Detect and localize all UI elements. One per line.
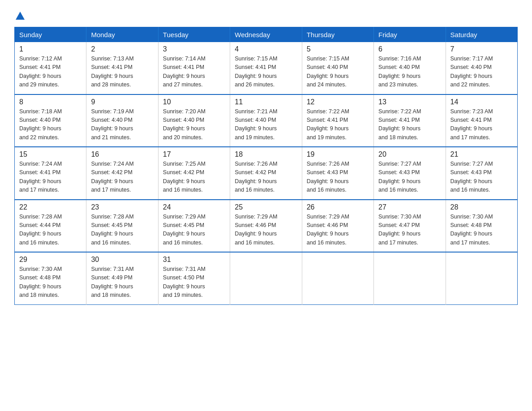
day-info: Sunrise: 7:31 AMSunset: 4:49 PMDaylight:… bbox=[91, 265, 153, 300]
day-number: 6 bbox=[378, 45, 441, 53]
page-header bbox=[14, 11, 518, 19]
day-info: Sunrise: 7:23 AMSunset: 4:41 PMDaylight:… bbox=[450, 107, 513, 142]
day-info: Sunrise: 7:22 AMSunset: 4:41 PMDaylight:… bbox=[378, 107, 441, 142]
day-info: Sunrise: 7:27 AMSunset: 4:43 PMDaylight:… bbox=[378, 160, 441, 195]
calendar-cell: 2 Sunrise: 7:13 AMSunset: 4:41 PMDayligh… bbox=[86, 42, 158, 94]
calendar-cell: 1 Sunrise: 7:12 AMSunset: 4:41 PMDayligh… bbox=[15, 42, 86, 94]
day-info: Sunrise: 7:29 AMSunset: 4:46 PMDaylight:… bbox=[307, 213, 369, 248]
calendar-cell: 11 Sunrise: 7:21 AMSunset: 4:40 PMDaylig… bbox=[230, 94, 302, 147]
day-info: Sunrise: 7:30 AMSunset: 4:48 PMDaylight:… bbox=[19, 265, 82, 300]
day-number: 31 bbox=[163, 256, 225, 264]
calendar-cell bbox=[446, 252, 517, 304]
day-number: 8 bbox=[19, 98, 82, 106]
day-number: 29 bbox=[19, 256, 82, 264]
calendar-cell bbox=[302, 252, 373, 304]
calendar-cell: 25 Sunrise: 7:29 AMSunset: 4:46 PMDaylig… bbox=[230, 200, 302, 253]
calendar-cell: 3 Sunrise: 7:14 AMSunset: 4:41 PMDayligh… bbox=[158, 42, 230, 94]
header-row: SundayMondayTuesdayWednesdayThursdayFrid… bbox=[15, 27, 518, 43]
day-info: Sunrise: 7:22 AMSunset: 4:41 PMDaylight:… bbox=[307, 107, 369, 142]
calendar-cell: 26 Sunrise: 7:29 AMSunset: 4:46 PMDaylig… bbox=[302, 200, 373, 253]
header-day-thursday: Thursday bbox=[302, 27, 373, 43]
header-day-wednesday: Wednesday bbox=[230, 27, 302, 43]
day-number: 21 bbox=[450, 150, 513, 158]
calendar-cell: 22 Sunrise: 7:28 AMSunset: 4:44 PMDaylig… bbox=[15, 200, 86, 253]
day-number: 25 bbox=[235, 203, 297, 211]
calendar-cell: 8 Sunrise: 7:18 AMSunset: 4:40 PMDayligh… bbox=[15, 94, 86, 147]
calendar-body: 1 Sunrise: 7:12 AMSunset: 4:41 PMDayligh… bbox=[15, 42, 518, 304]
calendar-cell: 24 Sunrise: 7:29 AMSunset: 4:45 PMDaylig… bbox=[158, 200, 230, 253]
calendar-cell: 31 Sunrise: 7:31 AMSunset: 4:50 PMDaylig… bbox=[158, 252, 230, 304]
day-info: Sunrise: 7:29 AMSunset: 4:46 PMDaylight:… bbox=[235, 213, 297, 248]
calendar-cell: 5 Sunrise: 7:15 AMSunset: 4:40 PMDayligh… bbox=[302, 42, 373, 94]
day-number: 27 bbox=[378, 203, 441, 211]
calendar-cell: 28 Sunrise: 7:30 AMSunset: 4:48 PMDaylig… bbox=[446, 200, 517, 253]
calendar-week-row: 22 Sunrise: 7:28 AMSunset: 4:44 PMDaylig… bbox=[15, 200, 518, 253]
day-info: Sunrise: 7:28 AMSunset: 4:45 PMDaylight:… bbox=[91, 213, 153, 248]
day-number: 13 bbox=[378, 98, 441, 106]
calendar-cell: 7 Sunrise: 7:17 AMSunset: 4:40 PMDayligh… bbox=[446, 42, 517, 94]
calendar-cell bbox=[230, 252, 302, 304]
day-info: Sunrise: 7:30 AMSunset: 4:47 PMDaylight:… bbox=[378, 213, 441, 248]
day-info: Sunrise: 7:18 AMSunset: 4:40 PMDaylight:… bbox=[19, 107, 82, 142]
calendar-cell: 13 Sunrise: 7:22 AMSunset: 4:41 PMDaylig… bbox=[374, 94, 446, 147]
calendar-cell: 12 Sunrise: 7:22 AMSunset: 4:41 PMDaylig… bbox=[302, 94, 373, 147]
day-info: Sunrise: 7:14 AMSunset: 4:41 PMDaylight:… bbox=[163, 55, 225, 90]
calendar-week-row: 1 Sunrise: 7:12 AMSunset: 4:41 PMDayligh… bbox=[15, 42, 518, 94]
day-info: Sunrise: 7:13 AMSunset: 4:41 PMDaylight:… bbox=[91, 55, 153, 90]
calendar-table: SundayMondayTuesdayWednesdayThursdayFrid… bbox=[14, 27, 518, 305]
day-number: 24 bbox=[163, 203, 225, 211]
day-info: Sunrise: 7:24 AMSunset: 4:41 PMDaylight:… bbox=[19, 160, 82, 195]
day-number: 16 bbox=[91, 150, 153, 158]
svg-marker-0 bbox=[16, 12, 25, 20]
day-info: Sunrise: 7:27 AMSunset: 4:43 PMDaylight:… bbox=[450, 160, 513, 195]
day-number: 7 bbox=[450, 45, 513, 53]
day-number: 14 bbox=[450, 98, 513, 106]
calendar-cell: 6 Sunrise: 7:16 AMSunset: 4:40 PMDayligh… bbox=[374, 42, 446, 94]
day-number: 10 bbox=[163, 98, 225, 106]
day-info: Sunrise: 7:28 AMSunset: 4:44 PMDaylight:… bbox=[19, 213, 82, 248]
calendar-week-row: 8 Sunrise: 7:18 AMSunset: 4:40 PMDayligh… bbox=[15, 94, 518, 147]
logo-arrow-icon bbox=[16, 12, 25, 21]
calendar-cell: 18 Sunrise: 7:26 AMSunset: 4:42 PMDaylig… bbox=[230, 147, 302, 200]
day-info: Sunrise: 7:25 AMSunset: 4:42 PMDaylight:… bbox=[163, 160, 225, 195]
calendar-week-row: 15 Sunrise: 7:24 AMSunset: 4:41 PMDaylig… bbox=[15, 147, 518, 200]
day-info: Sunrise: 7:16 AMSunset: 4:40 PMDaylight:… bbox=[378, 55, 441, 90]
day-info: Sunrise: 7:30 AMSunset: 4:48 PMDaylight:… bbox=[450, 213, 513, 248]
header-day-saturday: Saturday bbox=[446, 27, 517, 43]
calendar-cell: 10 Sunrise: 7:20 AMSunset: 4:40 PMDaylig… bbox=[158, 94, 230, 147]
day-number: 19 bbox=[307, 150, 369, 158]
day-info: Sunrise: 7:29 AMSunset: 4:45 PMDaylight:… bbox=[163, 213, 225, 248]
day-info: Sunrise: 7:15 AMSunset: 4:40 PMDaylight:… bbox=[307, 55, 369, 90]
day-number: 3 bbox=[163, 45, 225, 53]
day-number: 12 bbox=[307, 98, 369, 106]
day-info: Sunrise: 7:17 AMSunset: 4:40 PMDaylight:… bbox=[450, 55, 513, 90]
day-info: Sunrise: 7:26 AMSunset: 4:42 PMDaylight:… bbox=[235, 160, 297, 195]
calendar-cell: 19 Sunrise: 7:26 AMSunset: 4:43 PMDaylig… bbox=[302, 147, 373, 200]
day-number: 20 bbox=[378, 150, 441, 158]
calendar-cell: 30 Sunrise: 7:31 AMSunset: 4:49 PMDaylig… bbox=[86, 252, 158, 304]
calendar-cell: 21 Sunrise: 7:27 AMSunset: 4:43 PMDaylig… bbox=[446, 147, 517, 200]
header-day-monday: Monday bbox=[86, 27, 158, 43]
calendar-cell: 14 Sunrise: 7:23 AMSunset: 4:41 PMDaylig… bbox=[446, 94, 517, 147]
calendar-cell: 27 Sunrise: 7:30 AMSunset: 4:47 PMDaylig… bbox=[374, 200, 446, 253]
day-number: 11 bbox=[235, 98, 297, 106]
calendar-cell: 4 Sunrise: 7:15 AMSunset: 4:41 PMDayligh… bbox=[230, 42, 302, 94]
day-number: 9 bbox=[91, 98, 153, 106]
day-info: Sunrise: 7:21 AMSunset: 4:40 PMDaylight:… bbox=[235, 107, 297, 142]
calendar-cell: 9 Sunrise: 7:19 AMSunset: 4:40 PMDayligh… bbox=[86, 94, 158, 147]
day-info: Sunrise: 7:24 AMSunset: 4:42 PMDaylight:… bbox=[91, 160, 153, 195]
day-number: 28 bbox=[450, 203, 513, 211]
calendar-cell: 29 Sunrise: 7:30 AMSunset: 4:48 PMDaylig… bbox=[15, 252, 86, 304]
header-day-tuesday: Tuesday bbox=[158, 27, 230, 43]
calendar-cell: 23 Sunrise: 7:28 AMSunset: 4:45 PMDaylig… bbox=[86, 200, 158, 253]
day-info: Sunrise: 7:19 AMSunset: 4:40 PMDaylight:… bbox=[91, 107, 153, 142]
day-number: 26 bbox=[307, 203, 369, 211]
header-day-sunday: Sunday bbox=[15, 27, 86, 43]
day-info: Sunrise: 7:26 AMSunset: 4:43 PMDaylight:… bbox=[307, 160, 369, 195]
day-info: Sunrise: 7:31 AMSunset: 4:50 PMDaylight:… bbox=[163, 265, 225, 300]
day-info: Sunrise: 7:15 AMSunset: 4:41 PMDaylight:… bbox=[235, 55, 297, 90]
day-number: 18 bbox=[235, 150, 297, 158]
day-info: Sunrise: 7:20 AMSunset: 4:40 PMDaylight:… bbox=[163, 107, 225, 142]
calendar-cell: 15 Sunrise: 7:24 AMSunset: 4:41 PMDaylig… bbox=[15, 147, 86, 200]
calendar-cell: 16 Sunrise: 7:24 AMSunset: 4:42 PMDaylig… bbox=[86, 147, 158, 200]
